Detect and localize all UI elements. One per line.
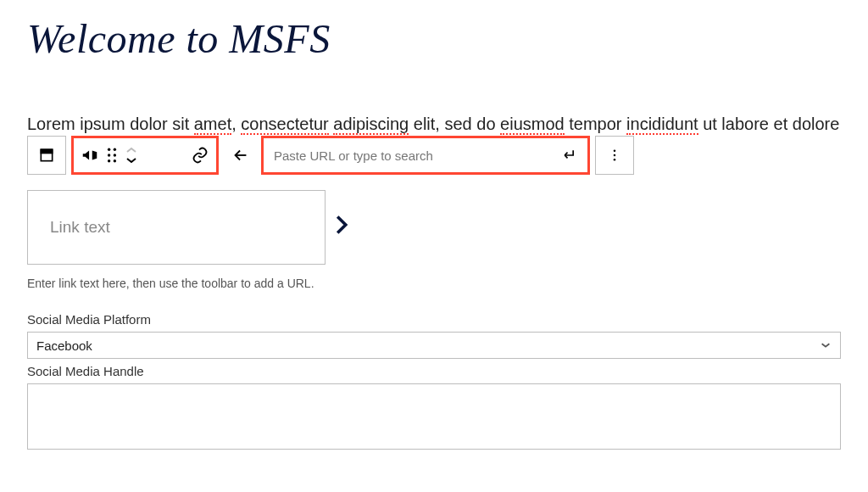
svg-point-2 bbox=[108, 148, 110, 151]
layout-icon bbox=[38, 147, 55, 164]
svg-point-4 bbox=[108, 154, 110, 156]
text: , bbox=[231, 115, 241, 133]
chevron-down-icon[interactable] bbox=[125, 155, 138, 165]
link-text-block[interactable]: Link text bbox=[27, 190, 326, 265]
text: elit, sed do bbox=[409, 115, 500, 133]
svg-point-9 bbox=[614, 154, 616, 157]
text: tempor bbox=[565, 115, 626, 133]
text: ut labore et dolore bbox=[698, 115, 840, 133]
link-block-row: Link text bbox=[27, 190, 841, 265]
drag-handle-icon[interactable] bbox=[106, 148, 118, 163]
submit-url-button[interactable] bbox=[560, 146, 579, 165]
url-input-container bbox=[261, 136, 590, 175]
svg-point-7 bbox=[114, 159, 116, 162]
block-toolbar bbox=[27, 136, 841, 175]
arrow-left-icon bbox=[231, 146, 250, 165]
platform-label: Social Media Platform bbox=[27, 312, 841, 327]
handle-textarea[interactable] bbox=[27, 383, 841, 450]
platform-selected-value: Facebook bbox=[36, 338, 92, 353]
handle-label: Social Media Handle bbox=[27, 364, 841, 378]
megaphone-icon bbox=[81, 146, 99, 165]
link-icon[interactable] bbox=[191, 146, 209, 165]
svg-point-6 bbox=[108, 159, 110, 162]
page-title: Welcome to MSFS bbox=[27, 15, 841, 62]
misspelled-word: consectetur bbox=[241, 115, 328, 135]
misspelled-word: eiusmod bbox=[500, 115, 565, 135]
url-popover bbox=[224, 136, 590, 175]
svg-rect-1 bbox=[41, 149, 52, 153]
enter-icon bbox=[561, 147, 578, 164]
link-text-placeholder: Link text bbox=[50, 218, 110, 237]
svg-point-10 bbox=[614, 159, 616, 161]
more-vertical-icon bbox=[607, 148, 622, 163]
chevron-up-icon[interactable] bbox=[125, 145, 138, 155]
svg-point-5 bbox=[114, 154, 116, 156]
platform-select[interactable]: Facebook bbox=[27, 332, 841, 359]
chevron-right-icon bbox=[334, 215, 349, 241]
chevron-down-icon bbox=[820, 339, 832, 351]
block-type-button[interactable] bbox=[27, 136, 66, 175]
link-helper-text: Enter link text here, then use the toolb… bbox=[27, 277, 841, 290]
svg-point-3 bbox=[114, 148, 116, 151]
url-input[interactable] bbox=[272, 148, 560, 164]
misspelled-word: incididunt bbox=[626, 115, 698, 135]
misspelled-word: amet bbox=[194, 115, 231, 135]
text: Lorem ipsum dolor sit bbox=[27, 115, 194, 133]
drag-group bbox=[71, 136, 219, 175]
back-button[interactable] bbox=[224, 136, 258, 175]
more-options-button[interactable] bbox=[595, 136, 634, 175]
misspelled-word: adipiscing bbox=[333, 115, 409, 135]
intro-paragraph: Lorem ipsum dolor sit amet, consectetur … bbox=[27, 113, 841, 136]
svg-point-8 bbox=[614, 149, 616, 152]
